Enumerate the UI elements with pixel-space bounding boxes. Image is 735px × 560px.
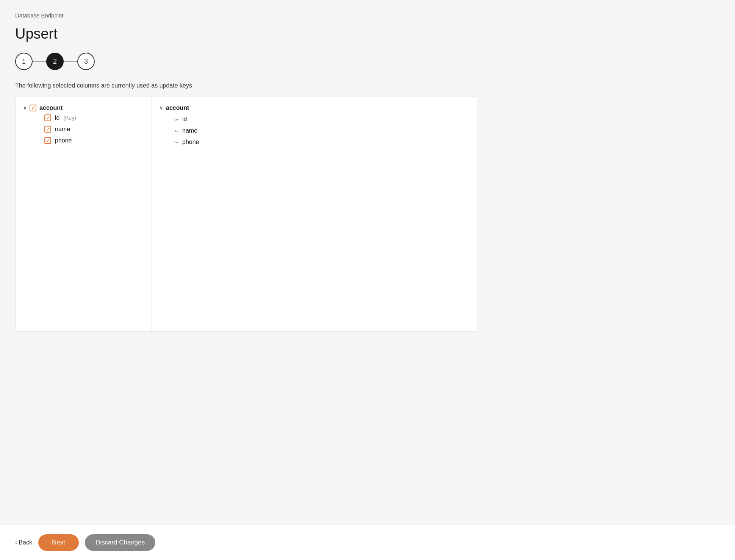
left-checkbox-name[interactable]: [44, 126, 51, 133]
right-item-phone: phone: [175, 139, 469, 145]
key-icon-name: [175, 128, 178, 134]
right-tree-group: ∨ account id name: [160, 105, 469, 145]
left-label-name: name: [55, 126, 70, 133]
breadcrumb-link[interactable]: Database Endpoint: [15, 12, 64, 19]
right-item-id: id: [175, 116, 469, 123]
back-label: Back: [19, 539, 32, 546]
panels-container: ∨ account id (Key) name: [15, 97, 477, 332]
right-group-label: account: [166, 105, 189, 111]
left-group-checkbox[interactable]: [30, 105, 36, 111]
main-content: Database Endpoint Upsert 1 2 3 The follo…: [0, 0, 493, 525]
back-arrow-icon: ‹: [15, 539, 17, 546]
page-title: Upsert: [15, 26, 477, 42]
key-badge-id: (Key): [63, 115, 76, 121]
key-icon-id: [175, 117, 178, 122]
left-group-header: ∨ account: [23, 105, 144, 111]
description-text: The following selected columns are curre…: [15, 82, 477, 89]
left-label-id: id: [55, 114, 59, 121]
left-checkbox-id[interactable]: [44, 114, 51, 121]
right-label-name: name: [182, 127, 197, 134]
discard-changes-button[interactable]: Discard Changes: [85, 534, 155, 551]
footer: ‹ Back Next Discard Changes: [0, 525, 735, 560]
left-item-name: name: [44, 126, 144, 133]
left-chevron-icon: ∨: [23, 105, 27, 111]
left-checkbox-phone[interactable]: [44, 137, 51, 144]
left-label-phone: phone: [55, 137, 72, 144]
step-connector-2: [64, 61, 77, 62]
left-tree-group: ∨ account id (Key) name: [23, 105, 144, 144]
step-1[interactable]: 1: [15, 53, 33, 70]
left-item-id: id (Key): [44, 114, 144, 121]
left-tree-children: id (Key) name phone: [44, 114, 144, 144]
next-button[interactable]: Next: [38, 534, 79, 551]
right-label-id: id: [182, 116, 187, 123]
left-panel: ∨ account id (Key) name: [16, 97, 152, 331]
right-group-header: ∨ account: [160, 105, 469, 111]
page-container: Database Endpoint Upsert 1 2 3 The follo…: [0, 0, 735, 560]
right-panel: ∨ account id name: [152, 97, 477, 331]
right-tree-children: id name phone: [175, 116, 469, 145]
left-item-phone: phone: [44, 137, 144, 144]
back-button[interactable]: ‹ Back: [15, 539, 32, 546]
step-connector-1: [33, 61, 46, 62]
key-icon-phone: [175, 139, 178, 145]
left-group-label: account: [39, 105, 63, 111]
stepper: 1 2 3: [15, 53, 477, 70]
step-2[interactable]: 2: [46, 53, 64, 70]
right-chevron-icon: ∨: [160, 105, 163, 111]
step-3[interactable]: 3: [77, 53, 95, 70]
right-item-name: name: [175, 127, 469, 134]
right-label-phone: phone: [182, 139, 199, 145]
